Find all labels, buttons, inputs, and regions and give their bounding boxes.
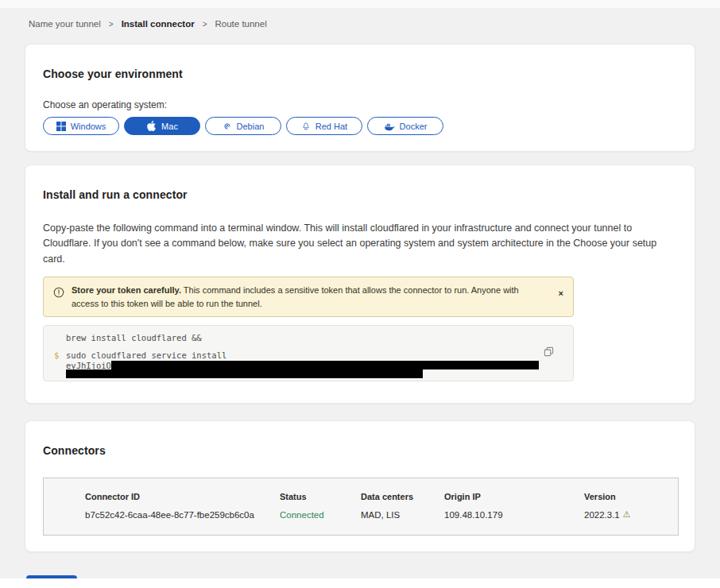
os-button-redhat[interactable]: Red Hat: [286, 117, 362, 135]
token-prefix: eyJhIjoiO: [66, 361, 111, 370]
page-top-strip: [0, 0, 720, 8]
col-header-data-centers: Data centers: [361, 492, 444, 501]
connectors-table-header: Connector ID Status Data centers Origin …: [85, 492, 678, 501]
warning-triangle-icon: ⚠: [623, 509, 631, 520]
os-button-windows[interactable]: Windows: [43, 117, 119, 135]
os-button-label: Docker: [400, 122, 428, 131]
environment-card: Choose your environment Choose an operat…: [25, 44, 695, 152]
breadcrumb-install-connector[interactable]: Install connector: [122, 19, 195, 29]
install-card-title: Install and run a connector: [43, 188, 677, 201]
code-line-sudo: $ sudo cloudflared service install: [66, 350, 573, 360]
connectors-card-title: Connectors: [43, 444, 677, 457]
environment-card-title: Choose your environment: [43, 68, 677, 80]
version-value: 2022.3.1 ⚠: [584, 509, 678, 520]
origin-ip-value: 109.48.10.179: [444, 510, 584, 520]
install-command-code-block: brew install cloudflared && $ sudo cloud…: [43, 325, 574, 381]
os-button-docker[interactable]: Docker: [367, 117, 443, 135]
install-description: Copy-paste the following command into a …: [43, 221, 679, 267]
breadcrumb-name-your-tunnel[interactable]: Name your tunnel: [29, 19, 101, 29]
os-button-group: Windows Mac Debian: [43, 117, 677, 135]
redhat-icon: [301, 122, 311, 131]
os-button-debian[interactable]: Debian: [205, 117, 281, 135]
warning-bold-text: Store your token carefully.: [72, 285, 181, 295]
copy-icon[interactable]: [544, 346, 554, 359]
page-bottom-strip: [0, 578, 720, 588]
col-header-status: Status: [280, 492, 361, 501]
os-button-label: Windows: [71, 122, 106, 131]
redacted-token-bar: [111, 361, 539, 369]
table-row: b7c52c42-6caa-48ee-8c77-fbe259cb6c0a Con…: [85, 509, 678, 520]
os-button-label: Mac: [161, 122, 178, 131]
data-centers-value: MAD, LIS: [361, 510, 444, 520]
col-header-version: Version: [584, 492, 678, 501]
apple-icon: [146, 121, 157, 131]
alert-circle-icon: [53, 287, 64, 302]
install-connector-card: Install and run a connector Copy-paste t…: [25, 164, 695, 404]
code-line-sudo-text: sudo cloudflared service install: [66, 350, 226, 360]
redacted-token-bar: [66, 369, 423, 378]
code-line-brew: brew install cloudflared &&: [66, 333, 573, 342]
col-header-connector-id: Connector ID: [85, 492, 280, 501]
connector-id-value: b7c52c42-6caa-48ee-8c77-fbe259cb6c0a: [85, 510, 280, 520]
connectors-card: Connectors Connector ID Status Data cent…: [25, 420, 695, 552]
token-line: eyJhIjoiO: [66, 361, 573, 369]
breadcrumb-separator: >: [109, 20, 114, 29]
os-button-label: Debian: [237, 122, 265, 131]
windows-icon: [56, 122, 66, 131]
token-warning-banner: Store your token carefully. This command…: [43, 277, 574, 317]
close-icon[interactable]: ×: [559, 289, 563, 298]
col-header-origin-ip: Origin IP: [444, 492, 584, 501]
connectors-table: Connector ID Status Data centers Origin …: [43, 478, 679, 536]
breadcrumb-route-tunnel[interactable]: Route tunnel: [215, 19, 267, 29]
status-badge: Connected: [280, 510, 361, 520]
shell-prompt: $: [54, 350, 59, 360]
breadcrumb-separator: >: [203, 20, 207, 29]
version-number: 2022.3.1: [584, 510, 620, 520]
debian-icon: [223, 122, 232, 131]
os-select-label: Choose an operating system:: [43, 99, 677, 110]
os-button-label: Red Hat: [315, 122, 347, 131]
os-button-mac[interactable]: Mac: [124, 117, 200, 135]
breadcrumb: Name your tunnel > Install connector > R…: [29, 19, 720, 29]
docker-icon: [384, 122, 395, 131]
